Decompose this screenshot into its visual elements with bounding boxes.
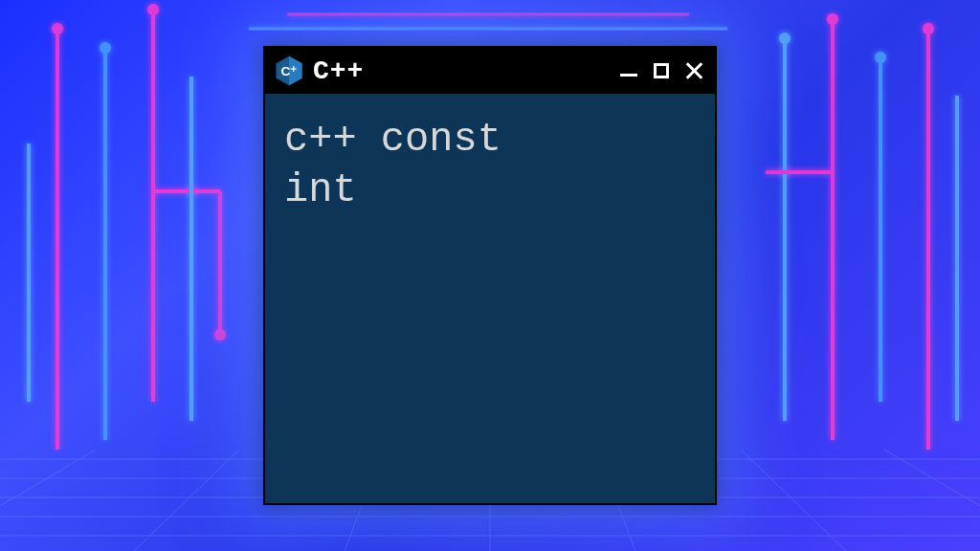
svg-point-32: [875, 52, 886, 63]
minimize-button[interactable]: [617, 59, 640, 82]
svg-point-19: [52, 23, 63, 34]
terminal-content[interactable]: c++ const int: [265, 94, 715, 236]
close-icon: [684, 61, 703, 80]
svg-point-22: [100, 42, 111, 54]
svg-point-21: [214, 329, 226, 341]
cpp-logo-icon: C⁺: [273, 55, 305, 87]
svg-point-20: [147, 4, 159, 15]
svg-point-31: [779, 33, 791, 44]
window-title: C++: [313, 56, 610, 86]
terminal-window: C⁺ C++ c++ const int: [263, 46, 717, 505]
minimize-icon: [620, 74, 637, 77]
close-button[interactable]: [682, 59, 705, 82]
svg-text:C⁺: C⁺: [281, 64, 298, 78]
maximize-icon: [654, 63, 669, 78]
titlebar[interactable]: C⁺ C++: [265, 48, 715, 94]
svg-point-30: [923, 23, 934, 34]
svg-point-29: [827, 13, 838, 25]
window-controls: [617, 59, 705, 82]
maximize-button[interactable]: [650, 59, 673, 82]
